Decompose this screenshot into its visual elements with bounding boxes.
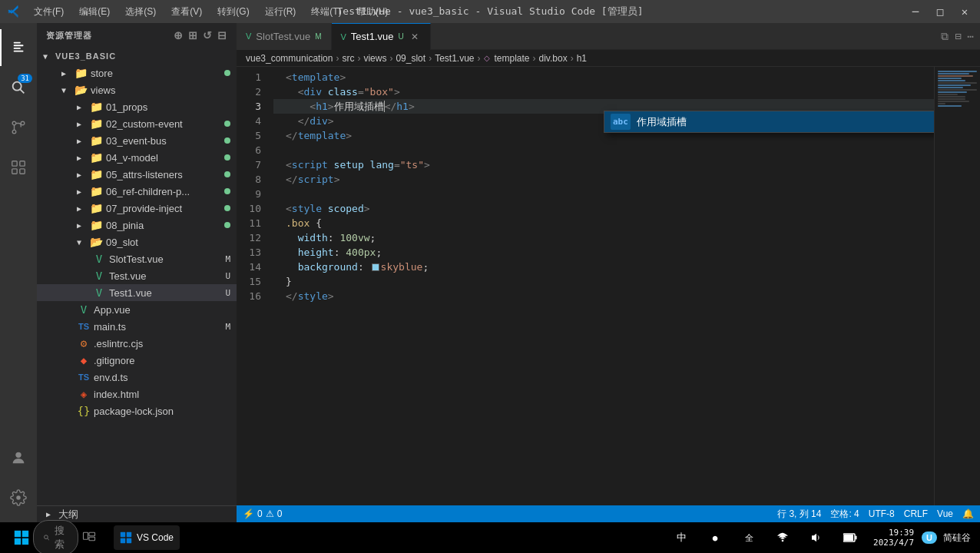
tree-02custom[interactable]: ▶ 📁 02_custom-event [37,115,237,132]
collapse-icon[interactable]: ⊟ [217,29,227,41]
warning-count: 0 [277,508,283,519]
status-encoding[interactable]: UTF-8 [869,508,895,519]
taskbar-clock[interactable]: 19:39 2023/4/7 [869,528,919,548]
breadcrumb-h1[interactable]: h1 [577,53,587,64]
08pinia-label: 08_pinia [106,220,224,231]
test1-tab-close[interactable]: ✕ [409,31,421,42]
activity-git[interactable] [0,109,37,146]
toggle-panel-icon[interactable]: ⊟ [955,30,961,42]
tree-pkglock[interactable]: {} package-lock.json [37,402,237,419]
menu-select[interactable]: 选择(S) [119,4,162,20]
tree-03event[interactable]: ▶ 📁 03_event-bus [37,132,237,149]
activity-settings[interactable] [0,479,37,516]
settings-icon [10,489,27,506]
tab-slottest[interactable]: V SlotTest.vue M [237,23,332,50]
ln-1: 1 [237,70,267,84]
split-editor-icon[interactable]: ⧉ [941,30,949,43]
activity-explorer[interactable] [0,29,37,66]
views-folder-icon: 📂 [74,83,88,97]
refresh-icon[interactable]: ↺ [203,29,213,41]
tray-ime-zh[interactable]: 中 [666,523,697,552]
tray-volume[interactable] [801,523,832,552]
tree-test[interactable]: V Test.vue U [37,267,237,284]
search-taskbar-button[interactable]: 搜索 [40,523,71,552]
menu-run[interactable]: 运行(R) [259,4,303,20]
tree-root[interactable]: ▼ VUE3_BASIC [37,48,237,65]
status-notifications[interactable]: 🔔 [962,508,974,519]
ln-4: 4 [237,114,267,128]
status-errors[interactable]: ⚡ 0 ⚠ 0 [243,508,282,519]
tree-indexhtml[interactable]: ◈ index.html [37,386,237,402]
new-file-icon[interactable]: ⊕ [174,29,184,41]
02custom-arrow: ▶ [77,120,89,128]
tree-06ref[interactable]: ▶ 📁 06_ref-children-p... [37,183,237,200]
tree-test1[interactable]: V Test1.vue U [37,284,237,301]
taskview-button[interactable] [74,523,104,552]
tree-gitignore[interactable]: ◆ .gitignore [37,352,237,369]
slottest-tab-label: SlotTest.vue [256,31,310,42]
tray-network[interactable] [767,523,798,552]
tree-eslint[interactable]: ⚙ .eslintrc.cjs [37,335,237,352]
tree-08pinia[interactable]: ▶ 📁 08_pinia [37,217,237,233]
activity-extensions[interactable] [0,149,37,186]
mini-line-8 [938,87,963,88]
token: > [328,289,334,303]
menu-file[interactable]: 文件(F) [28,4,70,20]
breadcrumb-09slot[interactable]: 09_slot [396,53,425,64]
error-count: 0 [257,508,263,519]
breadcrumb-views[interactable]: views [363,53,386,64]
menu-edit[interactable]: 编辑(E) [73,4,116,20]
token: = [394,157,400,172]
maximize-button[interactable]: □ [932,5,948,18]
test1-badge: U [225,288,237,298]
vscode-taskbar-item[interactable]: VS Code [114,525,180,550]
breadcrumb-divbox[interactable]: div.box [539,53,568,64]
activity-bottom-group [0,439,37,516]
breadcrumb-template[interactable]: template [495,53,530,64]
maints-icon: TS [77,320,91,333]
tree-09slot[interactable]: ▼ 📂 09_slot [37,233,237,250]
tree-store[interactable]: ▶ 📁 store [37,65,237,81]
minimize-button[interactable]: ─ [908,5,923,18]
code-editor[interactable]: <template> <div class="box"> <h1>作用域插槽</… [273,67,934,505]
token: > [394,84,400,99]
token: background [298,260,358,274]
tree-maints[interactable]: TS main.ts M [37,318,237,335]
06ref-icon: 📁 [89,184,103,198]
taskbar-search-box[interactable]: 搜索 [33,520,78,553]
autocomplete-item-0[interactable]: abc 作用域插槽 [604,111,934,132]
tab-test1[interactable]: V Test1.vue U ✕ [332,23,431,50]
tree-04vmodel[interactable]: ▶ 📁 04_v-model [37,149,237,166]
status-indent[interactable]: 空格: 4 [830,508,859,521]
ln-11: 11 [237,216,267,230]
status-line-col[interactable]: 行 3, 列 14 [777,508,821,521]
close-button[interactable]: ✕ [957,5,972,18]
tree-slottest[interactable]: V SlotTest.vue M [37,250,237,267]
breadcrumb-vue3comm[interactable]: vue3_communication [246,53,333,64]
tree-views[interactable]: ▼ 📂 views [37,81,237,98]
activity-bar: 31 [0,23,37,522]
tree-01props[interactable]: ▶ 📁 01_props [37,98,237,115]
activity-search[interactable]: 31 [0,69,37,106]
activity-account[interactable] [0,439,37,476]
svg-rect-30 [856,536,857,540]
slottest-label: SlotTest.vue [109,253,225,265]
tree-07provide[interactable]: ▶ 📁 07_provide-inject [37,200,237,217]
tray-battery[interactable] [835,523,866,552]
tree-envdts[interactable]: TS env.d.ts [37,369,237,386]
sep4: › [429,53,432,64]
tray-ime-full[interactable]: ● [700,523,730,552]
menu-goto[interactable]: 转到(G) [211,4,255,20]
tree-05attrs[interactable]: ▶ 📁 05_attrs-listeners [37,166,237,183]
tray-ime-mode[interactable]: 全 [733,523,764,552]
svg-point-6 [12,121,16,125]
autocomplete-dropdown[interactable]: abc 作用域插槽 [604,111,934,133]
tree-appvue[interactable]: V App.vue [37,301,237,318]
status-language[interactable]: Vue [937,508,953,519]
breadcrumb-src[interactable]: src [342,53,354,64]
breadcrumb-test1vue[interactable]: Test1.vue [435,53,474,64]
more-actions-icon[interactable]: ⋯ [968,30,974,42]
new-folder-icon[interactable]: ⊞ [188,29,198,41]
menu-view[interactable]: 查看(V) [165,4,208,20]
status-eol[interactable]: CRLF [904,508,928,519]
